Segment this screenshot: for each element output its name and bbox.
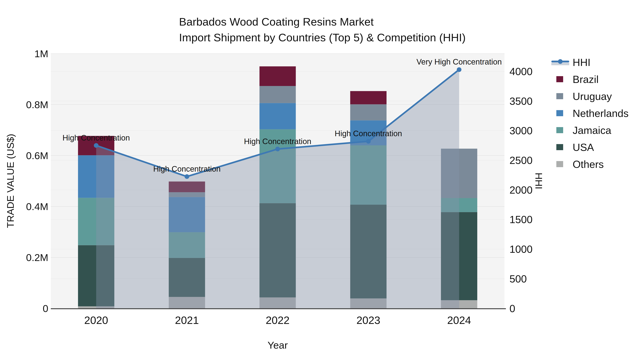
x-axis-title: Year xyxy=(268,339,288,351)
legend-swatch-icon xyxy=(551,108,570,118)
y-right-tick-1000: 1000 xyxy=(510,243,532,255)
y-left-tick-0.4M: 0.4M xyxy=(26,201,48,212)
hhi-line-icon xyxy=(551,57,570,67)
y-left-tick-0: 0 xyxy=(43,303,48,314)
legend-label: USA xyxy=(572,141,594,153)
y-left-tick-1M: 1M xyxy=(34,48,48,59)
legend-swatch-icon xyxy=(551,125,570,135)
legend-swatch-icon xyxy=(551,91,570,101)
legend-item-brazil[interactable]: Brazil xyxy=(551,74,628,84)
legend-label: Netherlands xyxy=(572,107,628,119)
annotation-2024: Very High Concentration xyxy=(416,57,502,66)
legend-label: Jamaica xyxy=(572,124,611,136)
bar-segment-netherlands-2022 xyxy=(260,103,296,129)
x-tick-2024: 2024 xyxy=(447,314,471,326)
annotation-2021: High Concentration xyxy=(153,164,220,173)
legend-swatch-icon xyxy=(551,74,570,84)
y-right-tick-500: 500 xyxy=(510,273,527,285)
legend-item-others[interactable]: Others xyxy=(551,159,628,169)
x-tick-2021: 2021 xyxy=(175,314,199,326)
legend-label: Brazil xyxy=(572,73,598,85)
y-axis-title-left: TRADE VALUE (US$) xyxy=(5,134,16,228)
y-right-tick-0: 0 xyxy=(510,303,515,314)
y-right-tick-2500: 2500 xyxy=(510,154,532,166)
legend-label: Others xyxy=(572,158,604,170)
legend-item-netherlands[interactable]: Netherlands xyxy=(551,108,628,118)
bar-segment-uruguay-2022 xyxy=(260,86,296,103)
x-tick-2020: 2020 xyxy=(84,314,108,326)
hhi-marker-2022 xyxy=(275,147,280,151)
bar-segment-uruguay-2023 xyxy=(350,104,386,120)
y-left-tick-0.6M: 0.6M xyxy=(26,150,48,161)
y-right-tick-4000: 4000 xyxy=(510,66,532,77)
y-right-tick-3000: 3000 xyxy=(510,125,532,136)
hhi-marker-2023 xyxy=(366,139,371,144)
legend-swatch-icon xyxy=(551,159,570,169)
chart-canvas: 00.2M0.4M0.6M0.8M1M050010001500200025003… xyxy=(0,0,644,362)
figure: Barbados Wood Coating Resins Market Impo… xyxy=(0,0,644,362)
legend-label: HHI xyxy=(572,56,590,68)
bar-segment-brazil-2022 xyxy=(260,66,296,86)
y-left-tick-0.2M: 0.2M xyxy=(26,252,48,263)
legend-item-usa[interactable]: USA xyxy=(551,142,628,152)
legend-swatch-icon xyxy=(551,142,570,152)
annotation-2023: High Concentration xyxy=(335,129,402,138)
y-right-tick-3500: 3500 xyxy=(510,95,532,107)
x-tick-2022: 2022 xyxy=(266,314,290,326)
y-right-tick-2000: 2000 xyxy=(510,184,532,196)
y-left-tick-0.8M: 0.8M xyxy=(26,99,48,110)
annotation-2020: High Concentration xyxy=(62,133,130,142)
legend: HHIBrazilUruguayNetherlandsJamaicaUSAOth… xyxy=(551,57,628,176)
y-right-tick-1500: 1500 xyxy=(510,214,532,225)
hhi-marker-2020 xyxy=(94,143,98,148)
legend-item-jamaica[interactable]: Jamaica xyxy=(551,125,628,135)
legend-label: Uruguay xyxy=(572,90,612,102)
bar-segment-brazil-2023 xyxy=(350,91,386,104)
annotation-2022: High Concentration xyxy=(244,137,312,146)
hhi-marker-2024 xyxy=(457,67,461,72)
x-tick-2023: 2023 xyxy=(356,314,380,326)
legend-item-uruguay[interactable]: Uruguay xyxy=(551,91,628,101)
legend-item-hhi[interactable]: HHI xyxy=(551,57,628,67)
hhi-marker-2021 xyxy=(184,174,189,179)
y-axis-title-right: HHI xyxy=(533,173,544,189)
